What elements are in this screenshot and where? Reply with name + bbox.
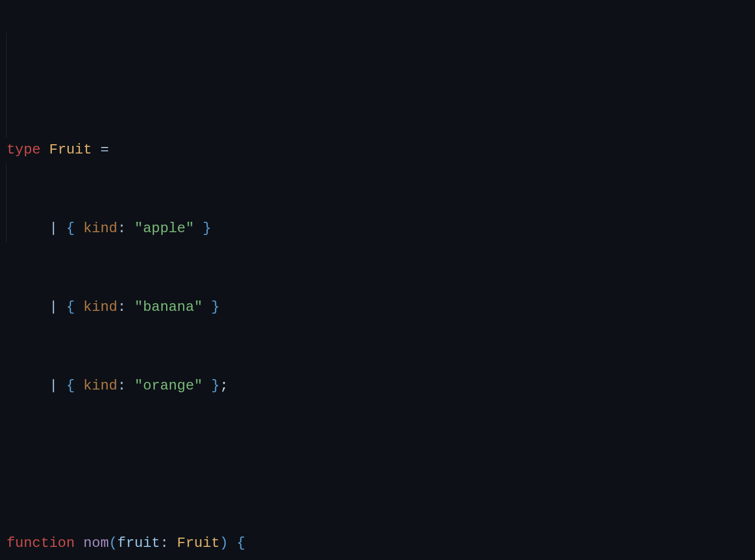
string-literal: "banana"	[134, 299, 203, 315]
brace-close: }	[211, 299, 220, 315]
code-line[interactable]: | { kind: "apple" }	[7, 215, 755, 241]
property-name: kind	[83, 299, 117, 315]
pipe-op: |	[49, 220, 58, 237]
pipe-op: |	[49, 299, 58, 315]
string-literal: "apple"	[134, 220, 194, 237]
brace-close: }	[203, 220, 211, 237]
code-editor[interactable]: type Fruit = | { kind: "apple" } | { kin…	[0, 0, 755, 560]
type-name: Fruit	[177, 535, 220, 551]
keyword-type: type	[7, 142, 40, 158]
code-line[interactable]: | { kind: "banana" }	[7, 294, 755, 320]
brace-open: {	[237, 535, 245, 551]
param-name: fruit	[117, 535, 160, 551]
code-line-blank[interactable]	[7, 451, 755, 478]
colon-op: :	[160, 535, 169, 551]
semicolon: ;	[220, 378, 228, 394]
property-name: kind	[83, 220, 117, 237]
pipe-op: |	[49, 378, 58, 394]
brace-open: {	[66, 299, 75, 315]
type-name: Fruit	[49, 142, 92, 158]
colon-op: :	[117, 378, 126, 394]
property-name: kind	[83, 378, 117, 394]
paren-open: (	[109, 535, 117, 551]
code-line[interactable]: function nom(fruit: Fruit) {	[7, 530, 755, 556]
equals-op: =	[101, 142, 109, 158]
colon-op: :	[117, 299, 126, 315]
colon-op: :	[117, 220, 126, 237]
keyword-function: function	[7, 535, 75, 551]
code-line[interactable]: type Fruit =	[7, 137, 755, 163]
indent-guide	[6, 33, 7, 138]
brace-open: {	[66, 220, 75, 237]
brace-close: }	[211, 378, 220, 394]
code-line[interactable]: | { kind: "orange" };	[7, 373, 755, 399]
paren-close: )	[220, 535, 228, 551]
function-name: nom	[83, 535, 109, 551]
string-literal: "orange"	[134, 378, 203, 394]
brace-open: {	[66, 378, 75, 394]
